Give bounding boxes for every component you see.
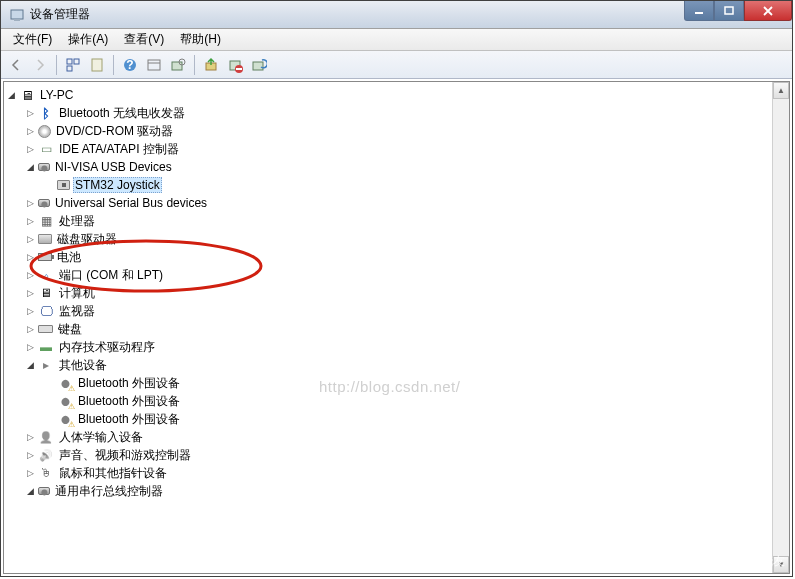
node-label[interactable]: 鼠标和其他指针设备 xyxy=(57,464,169,483)
node-label[interactable]: 其他设备 xyxy=(57,356,109,375)
node-label[interactable]: 端口 (COM 和 LPT) xyxy=(57,266,165,285)
minimize-button[interactable] xyxy=(684,1,714,21)
expand-icon[interactable]: ▷ xyxy=(25,216,36,227)
maximize-button[interactable] xyxy=(714,1,744,21)
menu-help[interactable]: 帮助(H) xyxy=(172,29,229,50)
expand-icon[interactable]: ▷ xyxy=(25,288,36,299)
node-label[interactable]: DVD/CD-ROM 驱动器 xyxy=(54,122,175,141)
expand-icon[interactable]: ▷ xyxy=(25,108,36,119)
expand-icon[interactable]: ▷ xyxy=(25,126,36,137)
node-label[interactable]: Bluetooth 外围设备 xyxy=(76,392,182,411)
tree-node[interactable]: ▷Bluetooth 无线电收发器 xyxy=(6,104,787,122)
usbdev-icon xyxy=(57,180,70,190)
svg-rect-1 xyxy=(14,19,20,21)
node-label[interactable]: 声音、视频和游戏控制器 xyxy=(57,446,193,465)
expand-icon[interactable]: ▷ xyxy=(25,270,36,281)
separator xyxy=(194,55,195,75)
scan-button[interactable] xyxy=(167,54,189,76)
view-mode-button[interactable] xyxy=(62,54,84,76)
device-tree[interactable]: ◢LY-PC▷Bluetooth 无线电收发器▷DVD/CD-ROM 驱动器▷I… xyxy=(4,82,789,504)
node-label[interactable]: 电池 xyxy=(55,248,83,267)
tree-node[interactable]: STM32 Joystick xyxy=(6,176,787,194)
node-label[interactable]: STM32 Joystick xyxy=(73,177,162,193)
root-label[interactable]: LY-PC xyxy=(38,87,75,103)
app-icon xyxy=(9,7,25,23)
expand-icon[interactable]: ▷ xyxy=(25,324,36,335)
tree-node[interactable]: ▷电池 xyxy=(6,248,787,266)
tree-node[interactable]: Bluetooth 外围设备 xyxy=(6,410,787,428)
tree-root[interactable]: ◢LY-PC xyxy=(6,86,787,104)
expand-icon[interactable]: ▷ xyxy=(25,252,36,263)
properties-button[interactable] xyxy=(86,54,108,76)
expand-icon[interactable]: ▷ xyxy=(25,306,36,317)
window-title: 设备管理器 xyxy=(30,6,792,23)
warn-icon xyxy=(57,411,73,427)
collapse-icon[interactable]: ◢ xyxy=(6,90,17,101)
node-label[interactable]: 计算机 xyxy=(57,284,97,303)
tree-node[interactable]: ▷鼠标和其他指针设备 xyxy=(6,464,787,482)
forward-button[interactable] xyxy=(29,54,51,76)
tree-node[interactable]: ▷DVD/CD-ROM 驱动器 xyxy=(6,122,787,140)
node-label[interactable]: NI-VISA USB Devices xyxy=(53,159,174,175)
update-driver-button[interactable] xyxy=(200,54,222,76)
expand-icon[interactable]: ▷ xyxy=(25,432,36,443)
tree-node[interactable]: ▷Universal Serial Bus devices xyxy=(6,194,787,212)
window-controls xyxy=(684,1,792,21)
expand-icon[interactable]: ▷ xyxy=(25,468,36,479)
scroll-up-button[interactable]: ▲ xyxy=(773,82,789,99)
tree-node[interactable]: ▷处理器 xyxy=(6,212,787,230)
tree-node[interactable]: ◢NI-VISA USB Devices xyxy=(6,158,787,176)
tree-node[interactable]: ▷键盘 xyxy=(6,320,787,338)
tree-node[interactable]: ▷IDE ATA/ATAPI 控制器 xyxy=(6,140,787,158)
collapse-icon[interactable]: ◢ xyxy=(25,162,36,173)
node-label[interactable]: 键盘 xyxy=(56,320,84,339)
mouse-icon xyxy=(38,465,54,481)
menu-action[interactable]: 操作(A) xyxy=(60,29,116,50)
node-label[interactable]: 监视器 xyxy=(57,302,97,321)
expand-icon[interactable]: ▷ xyxy=(25,198,36,209)
back-button[interactable] xyxy=(5,54,27,76)
tree-node[interactable]: ◢其他设备 xyxy=(6,356,787,374)
tree-node[interactable]: ▷人体学输入设备 xyxy=(6,428,787,446)
tree-node[interactable]: ◢通用串行总线控制器 xyxy=(6,482,787,500)
menu-view[interactable]: 查看(V) xyxy=(116,29,172,50)
expand-icon[interactable]: ▷ xyxy=(25,450,36,461)
node-label[interactable]: 磁盘驱动器 xyxy=(55,230,119,249)
collapse-icon[interactable]: ◢ xyxy=(25,360,36,371)
menu-file[interactable]: 文件(F) xyxy=(5,29,60,50)
uninstall-button[interactable] xyxy=(224,54,246,76)
tree-node[interactable]: ▷监视器 xyxy=(6,302,787,320)
node-label[interactable]: 内存技术驱动程序 xyxy=(57,338,157,357)
tree-node[interactable]: ▷计算机 xyxy=(6,284,787,302)
separator xyxy=(56,55,57,75)
battery-icon xyxy=(38,253,52,261)
close-button[interactable] xyxy=(744,1,792,21)
scan-hardware-button[interactable] xyxy=(248,54,270,76)
port-icon xyxy=(38,267,54,283)
usb-icon xyxy=(38,163,50,171)
tree-node[interactable]: ▷内存技术驱动程序 xyxy=(6,338,787,356)
node-label[interactable]: Universal Serial Bus devices xyxy=(53,195,209,211)
separator xyxy=(113,55,114,75)
node-label[interactable]: Bluetooth 外围设备 xyxy=(76,374,182,393)
node-label[interactable]: IDE ATA/ATAPI 控制器 xyxy=(57,140,181,159)
tree-node[interactable]: ▷声音、视频和游戏控制器 xyxy=(6,446,787,464)
titlebar[interactable]: 设备管理器 xyxy=(1,1,792,29)
svg-rect-0 xyxy=(11,10,23,19)
usb-icon xyxy=(38,487,50,495)
help-button[interactable]: ? xyxy=(119,54,141,76)
warn-icon xyxy=(57,375,73,391)
tree-node[interactable]: ▷磁盘驱动器 xyxy=(6,230,787,248)
node-label[interactable]: Bluetooth 外围设备 xyxy=(76,410,182,429)
detail-button[interactable] xyxy=(143,54,165,76)
node-label[interactable]: 人体学输入设备 xyxy=(57,428,145,447)
expand-icon[interactable]: ▷ xyxy=(25,144,36,155)
node-label[interactable]: Bluetooth 无线电收发器 xyxy=(57,104,187,123)
node-label[interactable]: 处理器 xyxy=(57,212,97,231)
tree-node[interactable]: ▷端口 (COM 和 LPT) xyxy=(6,266,787,284)
vertical-scrollbar[interactable]: ▲ ▼ xyxy=(772,82,789,573)
expand-icon[interactable]: ▷ xyxy=(25,234,36,245)
expand-icon[interactable]: ▷ xyxy=(25,342,36,353)
node-label[interactable]: 通用串行总线控制器 xyxy=(53,482,165,501)
collapse-icon[interactable]: ◢ xyxy=(25,486,36,497)
